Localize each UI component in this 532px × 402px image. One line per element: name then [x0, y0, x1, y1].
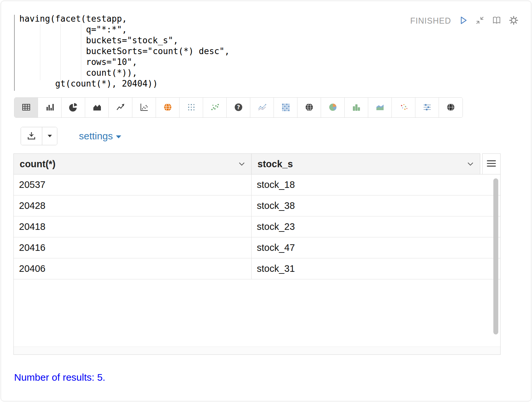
chevron-down-icon[interactable] [467, 162, 474, 167]
help-icon: ? [234, 102, 243, 113]
hamburger-icon [487, 160, 496, 168]
viz-scatter-green-button[interactable] [203, 98, 227, 117]
viz-sliders-button[interactable] [415, 98, 439, 117]
column-label: stock_s [257, 159, 293, 170]
globe-orange-icon [163, 102, 173, 113]
editor-gutter-line [14, 15, 15, 91]
viz-bar-colored-button[interactable] [345, 98, 368, 117]
table-row: 20537 stock_18 [14, 174, 500, 195]
svg-text:?: ? [237, 104, 240, 111]
table-controls: settings [21, 127, 531, 145]
column-header-stock[interactable]: stock_s [251, 153, 480, 174]
cell-count: 20537 [14, 174, 252, 195]
notebook-paragraph: having(facet(testapp, q="*:*", buckets="… [1, 1, 531, 401]
code-editor-section: having(facet(testapp, q="*:*", buckets="… [1, 1, 531, 96]
heatmap-grid-icon [281, 102, 291, 113]
viz-line-chart-button[interactable] [109, 98, 132, 117]
bar-chart-icon [45, 102, 55, 113]
sliders-icon [422, 102, 432, 113]
viz-globe-network-button[interactable] [439, 98, 463, 117]
table-row: 20406 stock_31 [14, 258, 500, 279]
vertical-scrollbar-thumb[interactable] [493, 178, 498, 334]
area-colored-icon [375, 102, 385, 113]
cell-stock: stock_18 [252, 174, 500, 195]
viz-multi-line-button[interactable] [250, 98, 274, 117]
table-body: 20537 stock_18 20428 stock_38 20418 stoc… [13, 174, 501, 355]
bubble-colored-icon [399, 102, 408, 113]
viz-table-button[interactable] [14, 98, 38, 117]
settings-link[interactable]: settings [79, 131, 121, 142]
cell-count: 20418 [14, 216, 252, 237]
line-chart-icon [116, 102, 125, 113]
viz-bubble-button[interactable] [392, 98, 415, 117]
dot-grid-icon [186, 102, 196, 113]
cell-count: 20416 [14, 237, 252, 258]
viz-bar-chart-button[interactable] [38, 98, 62, 117]
chevron-down-icon[interactable] [238, 162, 245, 167]
settings-label: settings [79, 131, 113, 142]
visualization-toolbar: ? [14, 97, 463, 118]
pie-chart-icon [68, 102, 78, 113]
settings-caret-icon [116, 135, 121, 138]
paragraph-settings-button[interactable] [509, 15, 519, 26]
viz-heatmap-button[interactable] [274, 98, 297, 117]
cell-count: 20428 [14, 195, 252, 216]
cell-count: 20406 [14, 258, 252, 279]
download-options-button[interactable] [42, 127, 57, 145]
scatter-green-icon [210, 102, 220, 113]
cell-stock: stock_47 [252, 237, 500, 258]
viz-globe-dark-button[interactable] [297, 98, 321, 117]
viz-map-button[interactable] [156, 98, 180, 117]
results-table: count(*) stock_s 205 [13, 153, 501, 355]
globe-dark-icon [304, 102, 314, 113]
table-icon [21, 102, 31, 113]
cell-stock: stock_23 [252, 216, 500, 237]
table-row: 20428 stock_38 [14, 195, 500, 216]
download-icon [27, 131, 36, 142]
table-row: 20418 stock_23 [14, 216, 500, 237]
viz-pie-colored-button[interactable] [321, 98, 345, 117]
column-header-count[interactable]: count(*) [13, 153, 252, 174]
table-menu-button[interactable] [482, 153, 501, 174]
globe-network-icon [446, 102, 456, 113]
scatter-chart-icon [139, 102, 149, 113]
table-header-row: count(*) stock_s [13, 153, 501, 174]
gear-icon [509, 15, 519, 26]
results-count: Number of results: 5. [14, 372, 531, 383]
viz-pie-chart-button[interactable] [62, 98, 85, 117]
viz-help-button[interactable]: ? [227, 98, 250, 117]
download-button[interactable] [21, 127, 42, 145]
pie-colored-icon [328, 102, 338, 113]
cell-stock: stock_31 [252, 258, 500, 279]
column-label: count(*) [20, 159, 56, 170]
horizontal-scrollbar-track[interactable] [14, 347, 500, 354]
code-editor[interactable]: having(facet(testapp, q="*:*", buckets="… [19, 13, 498, 89]
viz-dot-grid-button[interactable] [180, 98, 203, 117]
bar-colored-icon [352, 102, 361, 113]
caret-down-icon [47, 134, 52, 139]
cell-stock: stock_38 [252, 195, 500, 216]
download-split-button [21, 127, 57, 145]
viz-area-chart-button[interactable] [85, 98, 109, 117]
viz-scatter-chart-button[interactable] [132, 98, 156, 117]
table-row: 20416 stock_47 [14, 237, 500, 258]
area-chart-icon [92, 102, 102, 113]
viz-area-colored-button[interactable] [368, 98, 392, 117]
multi-line-chart-icon [257, 102, 267, 113]
table-empty-area [14, 279, 500, 347]
